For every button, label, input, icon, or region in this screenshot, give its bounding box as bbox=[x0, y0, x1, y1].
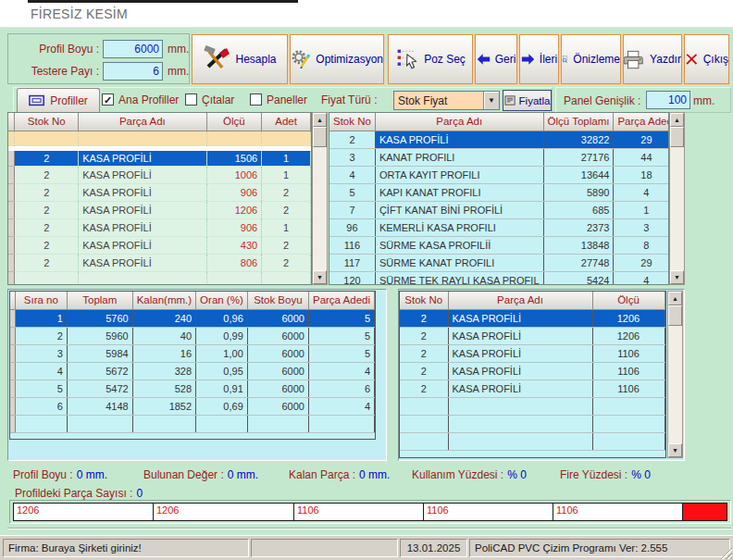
table-row[interactable] bbox=[10, 415, 375, 432]
table-cell[interactable]: KASA PROFİLİ bbox=[448, 309, 592, 327]
table-cell[interactable]: 806 bbox=[206, 254, 262, 271]
table-cell[interactable]: 5 bbox=[308, 327, 374, 344]
table-cell[interactable] bbox=[79, 131, 206, 148]
table-cell[interactable]: KASA PROFİLİ bbox=[79, 218, 206, 236]
table-cell[interactable]: 4 bbox=[614, 271, 669, 285]
panel-genislik-input[interactable] bbox=[646, 91, 690, 109]
column-header[interactable]: Ölçü Toplamı bbox=[543, 113, 614, 131]
table-cell[interactable]: 2 bbox=[400, 380, 448, 397]
table-cell[interactable]: SÜRME TEK RAYLI KASA PROFIL bbox=[375, 271, 543, 285]
chevron-down-icon[interactable]: ▼ bbox=[483, 92, 499, 109]
table-cell[interactable]: ÇİFT KANAT BİNİ PROFİLİ bbox=[375, 201, 543, 218]
table-row[interactable]: 4ORTA KAYIT PROFILI1364418 bbox=[329, 166, 669, 183]
table-cell[interactable]: 4 bbox=[308, 397, 374, 415]
table-cell[interactable]: 2 bbox=[262, 254, 311, 271]
table-cell[interactable]: 2 bbox=[400, 362, 448, 380]
column-header[interactable]: Stok No bbox=[400, 292, 448, 309]
table-cell[interactable]: KASA PROFİLİ bbox=[79, 201, 206, 218]
table-cell[interactable]: 1 bbox=[262, 218, 311, 236]
fiyatla-button[interactable]: Fiyatla bbox=[503, 90, 552, 111]
table-cell[interactable] bbox=[448, 415, 592, 432]
table-cell[interactable] bbox=[262, 271, 311, 285]
table-cell[interactable]: 1206 bbox=[592, 309, 665, 327]
ileri-button[interactable]: İleri bbox=[519, 34, 559, 84]
table-cell[interactable] bbox=[196, 415, 248, 432]
scrollbar-thumb[interactable] bbox=[313, 127, 327, 147]
table-cell[interactable]: KASA PROFİLİ bbox=[79, 166, 206, 183]
table-cell[interactable] bbox=[448, 432, 592, 450]
table-row[interactable]: 2KASA PROFİLİ10061 bbox=[8, 166, 311, 183]
table-cell[interactable]: 5 bbox=[308, 309, 374, 327]
table-cell[interactable]: 1006 bbox=[206, 166, 262, 183]
table-cell[interactable]: 2 bbox=[15, 218, 79, 236]
table-cell[interactable]: KAPI KANAT PROFILI bbox=[375, 183, 543, 201]
table-cell[interactable]: 2 bbox=[15, 183, 79, 201]
table-cell[interactable]: 18 bbox=[614, 166, 669, 183]
table-cell[interactable]: 5672 bbox=[67, 362, 132, 380]
cikis-button[interactable]: Çıkış bbox=[684, 34, 729, 84]
table-cell[interactable]: 685 bbox=[543, 201, 614, 218]
table-cell[interactable]: 906 bbox=[206, 218, 262, 236]
geri-button[interactable]: Geri bbox=[475, 34, 517, 84]
testere-payi-input[interactable] bbox=[103, 62, 163, 81]
yazdir-button[interactable]: Yazdır bbox=[623, 34, 682, 84]
table-cell[interactable]: 1 bbox=[262, 148, 311, 166]
column-header[interactable]: Parça Adı bbox=[375, 113, 543, 131]
table-cell[interactable]: 29 bbox=[614, 131, 669, 148]
table-cell[interactable] bbox=[262, 131, 311, 148]
table-cell[interactable] bbox=[15, 271, 79, 285]
table-cell[interactable]: KASA PROFİLİ bbox=[375, 131, 543, 148]
table-cell[interactable]: 328 bbox=[132, 362, 195, 380]
table-cell[interactable]: KASA PROFİLİ bbox=[448, 344, 592, 362]
table-cell[interactable]: 13848 bbox=[543, 236, 614, 254]
column-header[interactable]: Kalan(mm.) bbox=[132, 292, 195, 309]
table-cell[interactable]: KASA PROFİLİ bbox=[448, 380, 592, 397]
table-cell[interactable]: 0,96 bbox=[196, 309, 248, 327]
table-row[interactable]: 96KEMERLİ KASA PROFILI23733 bbox=[329, 218, 669, 236]
table-cell[interactable]: KEMERLİ KASA PROFILI bbox=[375, 218, 543, 236]
table-cell[interactable]: 2 bbox=[262, 201, 311, 218]
table-cell[interactable]: 2373 bbox=[543, 218, 614, 236]
table-cell[interactable]: 4 bbox=[15, 362, 67, 380]
table-cell[interactable]: 0,91 bbox=[196, 380, 248, 397]
column-header[interactable]: Ölçü bbox=[206, 113, 262, 131]
table-cell[interactable]: 1106 bbox=[592, 344, 665, 362]
table-cell[interactable]: 1206 bbox=[592, 327, 665, 344]
table-cell[interactable]: 6000 bbox=[247, 327, 308, 344]
checkbox-citalar[interactable] bbox=[185, 93, 197, 106]
table-row[interactable] bbox=[400, 397, 665, 415]
table-cell[interactable]: 2 bbox=[329, 131, 375, 148]
table-cell[interactable]: 6000 bbox=[247, 309, 308, 327]
table-cell[interactable]: 1106 bbox=[592, 380, 665, 397]
table-cell[interactable] bbox=[206, 131, 262, 148]
scroll-down-icon[interactable]: ▼ bbox=[670, 270, 684, 284]
table-cell[interactable]: 430 bbox=[206, 236, 262, 254]
table-row[interactable]: 25960400,9960005 bbox=[10, 327, 375, 344]
table-cell[interactable]: 5424 bbox=[543, 271, 614, 285]
table-row[interactable] bbox=[400, 415, 665, 432]
table-cell[interactable] bbox=[308, 415, 374, 432]
table-cell[interactable] bbox=[206, 271, 262, 285]
fiyat-turu-dropdown[interactable]: Stok Fiyat ▼ bbox=[393, 91, 500, 110]
table-cell[interactable]: 240 bbox=[132, 309, 195, 327]
table-row[interactable]: 2KASA PROFİLİ1206 bbox=[400, 309, 665, 327]
table-cell[interactable]: 16 bbox=[132, 344, 195, 362]
summary-table-scrollbar[interactable]: ▲ ▼ bbox=[669, 112, 685, 285]
table-cell[interactable]: 6 bbox=[308, 380, 374, 397]
table-cell[interactable]: 5984 bbox=[67, 344, 132, 362]
table-row[interactable]: 2KASA PROFİLİ9062 bbox=[8, 183, 311, 201]
table-row[interactable]: 120SÜRME TEK RAYLI KASA PROFIL54244 bbox=[329, 271, 669, 285]
table-cell[interactable]: 0,99 bbox=[196, 327, 248, 344]
table-cell[interactable]: 29 bbox=[614, 254, 669, 271]
table-row[interactable]: 157602400,9660005 bbox=[10, 309, 375, 327]
table-row[interactable]: 117SÜRME KANAT PROFILI2774829 bbox=[329, 254, 669, 271]
table-cell[interactable] bbox=[400, 415, 448, 432]
table-cell[interactable]: KANAT PROFILI bbox=[375, 148, 543, 166]
table-row[interactable]: 2KASA PROFİLİ12062 bbox=[8, 201, 311, 218]
table-cell[interactable]: ORTA KAYIT PROFILI bbox=[375, 166, 543, 183]
table-cell[interactable]: KASA PROFİLİ bbox=[448, 362, 592, 380]
table-cell[interactable]: 2 bbox=[400, 309, 448, 327]
column-header[interactable]: Adet bbox=[262, 113, 311, 131]
column-header[interactable]: Ölçü bbox=[592, 292, 665, 309]
table-cell[interactable] bbox=[400, 432, 448, 450]
